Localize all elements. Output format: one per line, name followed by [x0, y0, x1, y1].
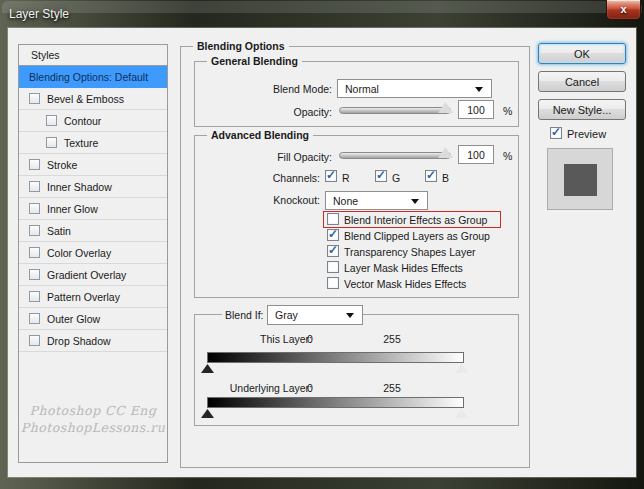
channel-r-checkbox[interactable] — [325, 170, 337, 182]
sidebar-item-label: Pattern Overlay — [47, 291, 120, 303]
new-style-button[interactable]: New Style... — [538, 99, 626, 120]
layer-style-dialog: Layer Style x Styles Blending Options: D… — [0, 0, 644, 489]
sidebar-item-stroke[interactable]: Stroke — [19, 154, 167, 176]
blending-options-title: Blending Options — [193, 40, 289, 52]
fill-opacity-value-text: 100 — [467, 149, 485, 161]
style-checkbox[interactable] — [29, 203, 40, 214]
title-bar[interactable]: Layer Style — [0, 0, 644, 28]
underlying-layer-white-marker-icon[interactable] — [455, 409, 468, 418]
vector-mask-hides-label: Vector Mask Hides Effects — [344, 278, 466, 290]
sidebar-item-label: Bevel & Emboss — [47, 93, 124, 105]
sidebar-item-color-overlay[interactable]: Color Overlay — [19, 242, 167, 264]
this-layer-max: 255 — [377, 333, 407, 345]
style-checkbox[interactable] — [29, 291, 40, 302]
transparency-shapes-checkbox[interactable] — [327, 245, 339, 257]
general-blending-group: General Blending Blend Mode: Normal Opac… — [194, 61, 519, 127]
blend-interior-effects-label: Blend Interior Effects as Group — [344, 214, 487, 226]
close-button[interactable]: x — [606, 0, 641, 20]
window-title: Layer Style — [9, 7, 69, 21]
cancel-button[interactable]: Cancel — [538, 71, 626, 92]
blend-if-label: Blend If: — [222, 309, 267, 321]
preview-checkbox[interactable] — [550, 127, 562, 139]
this-layer-min: 0 — [300, 333, 320, 345]
style-checkbox[interactable] — [46, 115, 57, 126]
style-checkbox[interactable] — [29, 159, 40, 170]
opacity-slider[interactable] — [339, 107, 451, 114]
sidebar-item-label: Contour — [64, 115, 101, 127]
blend-clipped-layers-checkbox[interactable] — [327, 229, 339, 241]
layer-mask-hides-label: Layer Mask Hides Effects — [344, 262, 463, 274]
cancel-button-label: Cancel — [565, 76, 599, 88]
sidebar-item-label: Inner Shadow — [47, 181, 112, 193]
close-icon: x — [620, 4, 626, 15]
ok-button[interactable]: OK — [538, 43, 626, 64]
channel-r-label: R — [342, 172, 350, 184]
sidebar-item-label: Drop Shadow — [47, 335, 111, 347]
sidebar-item-pattern-overlay[interactable]: Pattern Overlay — [19, 286, 167, 308]
sidebar-item-texture[interactable]: Texture — [19, 132, 167, 154]
style-checkbox[interactable] — [29, 313, 40, 324]
sidebar-item-gradient-overlay[interactable]: Gradient Overlay — [19, 264, 167, 286]
sidebar-item-label: Blending Options: Default — [29, 71, 148, 83]
style-checkbox[interactable] — [29, 247, 40, 258]
knockout-value: None — [333, 195, 358, 207]
blending-options-group: Blending Options General Blending Blend … — [180, 46, 530, 468]
opacity-value[interactable]: 100 — [458, 100, 494, 119]
opacity-label: Opacity: — [202, 106, 332, 118]
sidebar-item-blending-options[interactable]: Blending Options: Default — [19, 66, 167, 88]
this-layer-label: This Layer: — [202, 333, 312, 345]
fill-opacity-value[interactable]: 100 — [458, 145, 494, 164]
sidebar-item-inner-shadow[interactable]: Inner Shadow — [19, 176, 167, 198]
vector-mask-hides-checkbox[interactable] — [327, 277, 339, 289]
dropdown-arrow-icon — [475, 87, 483, 92]
style-checkbox[interactable] — [29, 225, 40, 236]
dialog-body: Styles Blending Options: Default Bevel &… — [8, 28, 636, 477]
style-checkbox[interactable] — [29, 93, 40, 104]
sidebar-item-bevel-emboss[interactable]: Bevel & Emboss — [19, 88, 167, 110]
watermark-line2: PhotoshopLessons.ru — [19, 420, 167, 435]
sidebar-item-label: Outer Glow — [47, 313, 100, 325]
sidebar-item-outer-glow[interactable]: Outer Glow — [19, 308, 167, 330]
this-layer-black-marker-icon[interactable] — [201, 364, 214, 373]
style-checkbox[interactable] — [46, 137, 57, 148]
this-layer-gradient — [207, 352, 464, 363]
channel-g-label: G — [392, 172, 400, 184]
blend-mode-select[interactable]: Normal — [337, 79, 492, 98]
underlying-layer-black-marker-icon[interactable] — [201, 409, 214, 418]
fill-opacity-slider[interactable] — [339, 152, 451, 159]
dropdown-arrow-icon — [411, 199, 419, 204]
style-checkbox[interactable] — [29, 269, 40, 280]
sidebar-item-drop-shadow[interactable]: Drop Shadow — [19, 330, 167, 352]
underlying-layer-max: 255 — [377, 382, 407, 394]
blend-if-group: Blend If: Gray This Layer: 0 255 Underly… — [194, 314, 519, 426]
channels-label: Channels: — [202, 172, 320, 184]
sidebar-item-label: Satin — [47, 225, 71, 237]
style-checkbox[interactable] — [29, 335, 40, 346]
sidebar-item-label: Gradient Overlay — [47, 269, 126, 281]
channel-g-checkbox[interactable] — [375, 170, 387, 182]
blend-mode-value: Normal — [345, 83, 379, 95]
layer-mask-hides-checkbox[interactable] — [327, 261, 339, 273]
styles-header: Styles — [19, 45, 167, 66]
blend-if-select[interactable]: Gray — [267, 305, 363, 325]
general-blending-title: General Blending — [207, 55, 302, 67]
this-layer-white-marker-icon[interactable] — [455, 364, 468, 373]
knockout-select[interactable]: None — [325, 191, 428, 210]
blend-interior-effects-checkbox[interactable] — [327, 213, 339, 225]
sidebar-item-satin[interactable]: Satin — [19, 220, 167, 242]
fill-opacity-unit: % — [503, 150, 512, 162]
underlying-layer-label: Underlying Layer: — [182, 382, 312, 394]
channel-b-checkbox[interactable] — [425, 170, 437, 182]
advanced-blending-group: Advanced Blending Fill Opacity: 100 % Ch… — [194, 135, 519, 298]
underlying-layer-min: 0 — [300, 382, 320, 394]
sidebar-item-contour[interactable]: Contour — [19, 110, 167, 132]
sidebar-item-inner-glow[interactable]: Inner Glow — [19, 198, 167, 220]
sidebar-item-label: Inner Glow — [47, 203, 98, 215]
preview-swatch — [564, 164, 597, 196]
style-checkbox[interactable] — [29, 181, 40, 192]
preview-label: Preview — [567, 128, 606, 140]
new-style-button-label: New Style... — [553, 104, 612, 116]
opacity-unit: % — [503, 105, 512, 117]
sidebar-item-label: Texture — [64, 137, 98, 149]
blend-mode-label: Blend Mode: — [202, 83, 332, 95]
